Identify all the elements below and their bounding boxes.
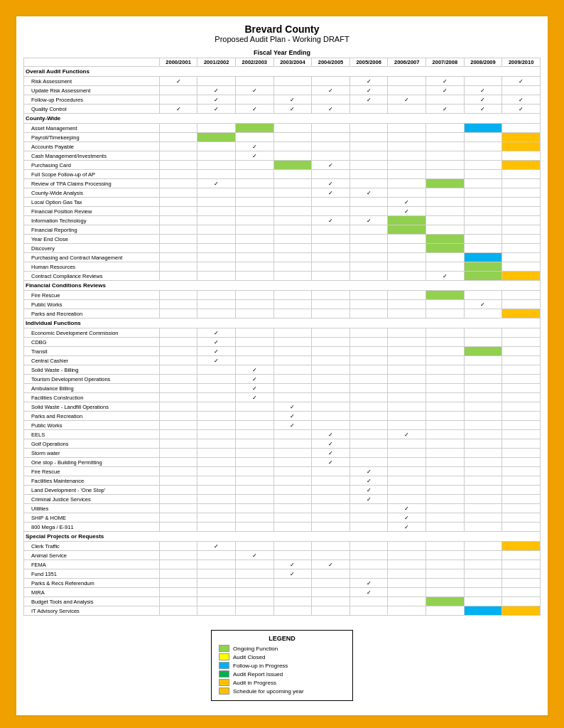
cell-1-0-6 — [388, 124, 426, 133]
cell-0-3-9: ✓ — [502, 105, 541, 114]
cell-2-2-2 — [235, 309, 273, 318]
cell-1-5-5 — [349, 170, 388, 179]
cell-2-0-4 — [312, 291, 350, 300]
cell-4-4-4 — [312, 579, 350, 588]
cell-3-12-3 — [273, 439, 312, 449]
year-2008: 2008/2009 — [464, 58, 502, 67]
table-row: Quality Control✓✓✓✓✓✓✓✓ — [24, 105, 541, 114]
cell-3-17-7 — [426, 486, 465, 495]
cell-3-1-9 — [502, 338, 541, 347]
cell-3-7-6 — [388, 393, 426, 402]
cell-2-1-6 — [388, 300, 426, 309]
cell-3-18-2 — [235, 495, 273, 504]
cell-4-0-0 — [159, 542, 197, 551]
cell-4-2-1 — [197, 560, 236, 569]
cell-4-2-0 — [159, 560, 197, 569]
cell-4-6-6 — [388, 597, 426, 606]
cell-4-0-7 — [426, 542, 465, 551]
cell-0-3-4: ✓ — [312, 105, 350, 114]
cell-3-3-2 — [235, 356, 273, 365]
cell-3-13-9 — [502, 449, 541, 458]
cell-1-3-4 — [312, 151, 350, 161]
row-label-1-9: Financial Position Review — [24, 207, 160, 216]
cell-1-16-9 — [502, 272, 541, 281]
cell-1-2-6 — [388, 142, 426, 151]
section-header-2: Financial Conditions Reviews — [24, 281, 541, 291]
cell-1-4-5 — [349, 161, 388, 170]
cell-3-21-0 — [159, 523, 197, 532]
cell-3-12-8 — [464, 439, 502, 449]
cell-1-12-3 — [273, 235, 312, 244]
cell-1-0-9 — [502, 124, 541, 133]
cell-3-6-7 — [426, 384, 465, 393]
table-row: Accounts Payable✓ — [24, 142, 541, 151]
row-label-3-0: Economic Development Commission — [24, 328, 160, 338]
cell-2-1-7 — [426, 300, 465, 309]
cell-1-13-9 — [502, 244, 541, 253]
cell-1-13-2 — [235, 244, 273, 253]
table-row: Facilities Maintenance✓ — [24, 476, 541, 486]
table-row: Follow-up Procedures✓✓✓✓✓✓ — [24, 95, 541, 105]
cell-1-14-0 — [159, 253, 197, 262]
cell-3-11-1 — [197, 430, 236, 439]
cell-3-8-3: ✓ — [273, 402, 312, 412]
table-row: Solid Waste - Billing✓ — [24, 365, 541, 375]
cell-1-3-3 — [273, 151, 312, 161]
cell-3-1-7 — [426, 338, 465, 347]
cell-4-6-1 — [197, 597, 236, 606]
cell-1-13-1 — [197, 244, 236, 253]
cell-4-2-9 — [502, 560, 541, 569]
cell-3-17-0 — [159, 486, 197, 495]
cell-2-2-0 — [159, 309, 197, 318]
cell-1-8-8 — [464, 198, 502, 207]
cell-1-4-4: ✓ — [312, 161, 350, 170]
table-row: Information Technology✓✓ — [24, 216, 541, 225]
cell-1-6-2 — [235, 179, 273, 188]
cell-0-1-6 — [388, 86, 426, 95]
cell-4-7-3 — [273, 606, 312, 616]
cell-3-0-8 — [464, 328, 502, 338]
cell-0-3-1: ✓ — [197, 105, 236, 114]
cell-1-0-3 — [273, 124, 312, 133]
cell-3-9-9 — [502, 412, 541, 421]
cell-1-4-8 — [464, 161, 502, 170]
cell-3-14-7 — [426, 458, 465, 467]
row-label-1-12: Year End Close — [24, 235, 160, 244]
cell-2-1-5 — [349, 300, 388, 309]
row-label-1-3: Cash Management/Investments — [24, 151, 160, 161]
cell-2-0-5 — [349, 291, 388, 300]
cell-1-11-9 — [502, 225, 541, 235]
row-label-4-4: Parks & Recs Referendum — [24, 579, 160, 588]
table-row: Year End Close — [24, 235, 541, 244]
label-header — [24, 58, 160, 67]
cell-3-7-8 — [464, 393, 502, 402]
cell-3-18-0 — [159, 495, 197, 504]
cell-2-0-3 — [273, 291, 312, 300]
cell-2-2-5 — [349, 309, 388, 318]
cell-3-17-4 — [312, 486, 350, 495]
cell-4-5-9 — [502, 588, 541, 597]
cell-3-0-9 — [502, 328, 541, 338]
cell-0-2-9: ✓ — [502, 95, 541, 105]
cell-3-15-0 — [159, 467, 197, 476]
table-row: Economic Development Commission✓ — [24, 328, 541, 338]
cell-0-0-9: ✓ — [502, 77, 541, 86]
row-label-1-8: Local Option Gas Tax — [24, 198, 160, 207]
cell-4-0-6 — [388, 542, 426, 551]
cell-1-1-9 — [502, 133, 541, 142]
cell-1-2-9 — [502, 142, 541, 151]
cell-1-7-5: ✓ — [349, 188, 388, 198]
cell-4-5-1 — [197, 588, 236, 597]
cell-0-3-5 — [349, 105, 388, 114]
cell-0-1-4: ✓ — [312, 86, 350, 95]
cell-1-6-1: ✓ — [197, 179, 236, 188]
cell-1-0-0 — [159, 124, 197, 133]
cell-3-20-9 — [502, 513, 541, 523]
cell-3-13-0 — [159, 449, 197, 458]
cell-1-15-4 — [312, 262, 350, 272]
legend: LEGEND Ongoing Function Audit Closed Fol… — [211, 630, 353, 701]
cell-1-2-2: ✓ — [235, 142, 273, 151]
cell-1-9-8 — [464, 207, 502, 216]
cell-1-10-9 — [502, 216, 541, 225]
legend-label-ongoing: Ongoing Function — [233, 646, 278, 652]
